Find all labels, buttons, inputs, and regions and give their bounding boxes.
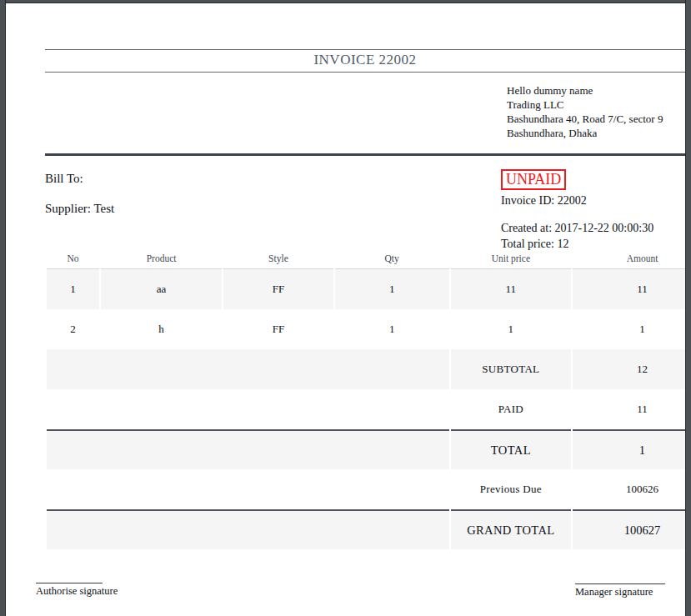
bill-to-label: Bill To:: [45, 172, 83, 186]
section-divider: [45, 153, 691, 156]
summary-row: PAID11: [47, 389, 691, 429]
table-header-cell: Style: [223, 249, 333, 269]
company-name: Hello dummy name: [507, 83, 663, 98]
table-cell: FF: [223, 309, 333, 349]
company-address-line2: Bashundhara, Dhaka: [507, 126, 663, 140]
table-cell: 11: [573, 269, 691, 309]
summary-label: PAID: [451, 389, 571, 429]
window-frame-left: [0, 0, 6, 616]
table-cell: aa: [101, 269, 222, 309]
authorise-signature-block: Authorise signature: [36, 583, 118, 598]
header-rule-top: [45, 49, 691, 50]
table-row: 1aaFF11111: [47, 269, 691, 309]
table-cell: h: [101, 309, 222, 349]
table-cell: 2: [47, 309, 99, 349]
manager-signature-label: Manager signature: [575, 586, 665, 598]
window-frame-top: [0, 0, 691, 3]
summary-row: Previous Due100626: [47, 469, 691, 509]
created-at: Created at: 2017-12-22 00:00:30: [501, 220, 653, 236]
summary-spacer-cell: [47, 389, 449, 429]
items-table-header: NoProductStyleQtyUnit priceAmount: [47, 249, 691, 269]
table-row: 2hFF111: [47, 309, 691, 349]
summary-label: TOTAL: [451, 429, 571, 469]
summary-spacer-cell: [47, 509, 449, 549]
page-title: INVOICE 22002: [45, 52, 685, 68]
table-cell: 11: [451, 269, 571, 309]
authorise-signature-line: [36, 583, 103, 583]
status-badge: UNPAID: [501, 169, 566, 190]
summary-row: GRAND TOTAL100627: [47, 509, 691, 549]
table-cell: 1: [335, 309, 449, 349]
company-address-line1: Bashundhara 40, Road 7/C, sector 9: [507, 112, 663, 126]
invoice-meta: Created at: 2017-12-22 00:00:30 Total pr…: [501, 220, 653, 252]
table-header-cell: Qty: [335, 249, 449, 269]
table-header-cell: Amount: [573, 249, 691, 269]
summary-label: GRAND TOTAL: [451, 509, 571, 549]
table-header-cell: No: [47, 249, 99, 269]
header-rule-bottom: [45, 72, 691, 73]
manager-signature-line: [575, 583, 665, 584]
summary-value: 11: [573, 389, 691, 429]
table-cell: 1: [573, 309, 691, 349]
table-cell: FF: [223, 269, 333, 309]
company-org: Trading LLC: [507, 98, 663, 112]
summary-spacer-cell: [47, 469, 449, 509]
summary-spacer-cell: [47, 349, 449, 389]
authorise-signature-label: Authorise signature: [36, 585, 118, 598]
summary-spacer-cell: [47, 429, 449, 469]
table-cell: 1: [335, 269, 449, 309]
table-header-cell: Product: [101, 249, 222, 269]
summary-value: 12: [573, 349, 691, 389]
items-table: NoProductStyleQtyUnit priceAmount 1aaFF1…: [45, 249, 691, 549]
invoice-id: Invoice ID: 22002: [501, 194, 587, 208]
window-frame-right: [685, 0, 691, 616]
summary-row: TOTAL1: [47, 429, 691, 469]
summary-label: SUBTOTAL: [451, 349, 571, 389]
summary-value: 1: [573, 429, 691, 469]
summary-value: 100627: [573, 509, 691, 549]
table-cell: 1: [451, 309, 571, 349]
invoice-document-page: INVOICE 22002 Hello dummy name Trading L…: [0, 0, 691, 616]
table-cell: 1: [47, 269, 99, 309]
summary-value: 100626: [573, 469, 691, 509]
summary-label: Previous Due: [451, 469, 571, 509]
summary-row: SUBTOTAL12: [47, 349, 691, 389]
manager-signature-block: Manager signature: [575, 583, 665, 598]
company-address-block: Hello dummy name Trading LLC Bashundhara…: [507, 83, 663, 140]
supplier-label: Supplier: Test: [45, 202, 114, 216]
table-header-cell: Unit price: [451, 249, 571, 269]
